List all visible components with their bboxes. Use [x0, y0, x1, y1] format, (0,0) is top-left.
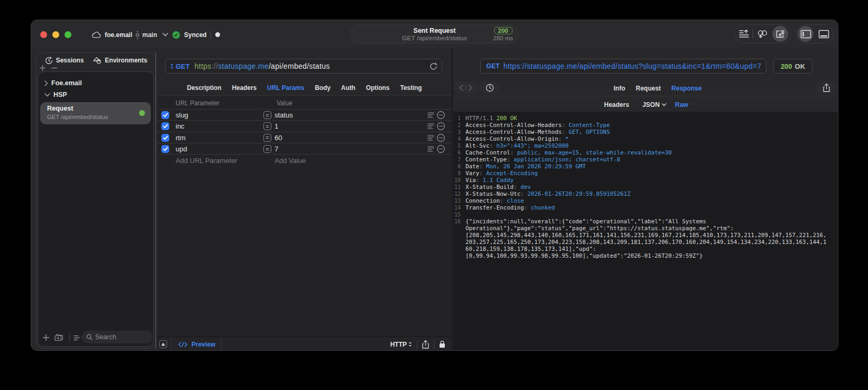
- tab-environments[interactable]: Environments: [93, 57, 147, 65]
- footer-divider: [69, 333, 70, 342]
- lock-icon[interactable]: [439, 340, 445, 348]
- param-checkbox[interactable]: [161, 122, 169, 130]
- share-response-button[interactable]: [816, 81, 837, 94]
- value-options-icon[interactable]: [427, 134, 434, 141]
- response-url-box[interactable]: GET https://statuspage.me/api/embed/stat…: [480, 59, 766, 74]
- remove-param-icon[interactable]: [437, 111, 445, 119]
- tab-auth[interactable]: Auth: [341, 84, 355, 92]
- titlebar: foe.email main Sy: [31, 20, 838, 48]
- value-options-icon[interactable]: [427, 146, 434, 152]
- value-options-icon[interactable]: [427, 112, 434, 118]
- request-method[interactable]: GET: [176, 62, 190, 70]
- sent-request-status-pill[interactable]: Sent Request GET /api/embed/status 200 2…: [350, 25, 519, 43]
- url-path: /api/embed/status: [269, 62, 330, 70]
- activity-dot: [215, 32, 220, 37]
- remove-param-icon[interactable]: [437, 134, 445, 142]
- back-icon[interactable]: [459, 85, 463, 91]
- tab-description[interactable]: Description: [187, 84, 221, 92]
- history-clock-button[interactable]: [479, 81, 500, 94]
- sync-link-button[interactable]: [753, 25, 771, 43]
- project-switcher[interactable]: foe.email: [92, 29, 132, 40]
- share-request-icon[interactable]: [422, 340, 429, 349]
- remove-param-icon[interactable]: [437, 145, 445, 153]
- add-request-button[interactable]: [40, 334, 52, 341]
- raw-response-view[interactable]: 1HTTP/1.1 200 OK 2Access-Control-Allow-H…: [453, 112, 838, 351]
- url-host: statuspage.me: [218, 62, 269, 70]
- subtab-raw[interactable]: Raw: [675, 101, 688, 108]
- add-url-parameter-button[interactable]: Add URL Parameter: [176, 157, 237, 165]
- equals-operator-icon[interactable]: =: [263, 111, 271, 119]
- param-value-input[interactable]: 60: [275, 134, 282, 142]
- collapse-panel-button[interactable]: [159, 340, 167, 348]
- tab-body[interactable]: Body: [315, 84, 331, 92]
- minimize-window-button[interactable]: [52, 31, 59, 38]
- param-row-inc: inc = 1: [157, 120, 452, 131]
- sync-status[interactable]: Synced: [172, 29, 207, 40]
- value-options-icon[interactable]: [427, 123, 434, 129]
- response-header-line: 7Content-Type: application/json; charset…: [453, 156, 838, 163]
- param-name-input[interactable]: upd: [176, 145, 187, 153]
- request-url-field[interactable]: GET https://statuspage.me/api/embed/stat…: [165, 59, 442, 74]
- send-receive-button[interactable]: [771, 25, 789, 43]
- subtab-json[interactable]: JSON: [642, 101, 666, 108]
- sidebar-footer: [38, 330, 153, 345]
- response-header-line: 5Alt-Svc: h3=":443"; ma=2592000: [453, 142, 838, 149]
- param-name-input[interactable]: inc: [176, 122, 185, 130]
- response-header-line: 6Cache-Control: public, max-age=15, stal…: [453, 149, 838, 156]
- remove-session-button[interactable]: [51, 65, 57, 71]
- history-nav-group: [454, 81, 477, 94]
- zoom-window-button[interactable]: [65, 31, 71, 38]
- equals-operator-icon[interactable]: =: [263, 145, 271, 153]
- forward-icon[interactable]: [468, 85, 472, 91]
- response-header-line: 3Access-Control-Allow-Methods: GET, OPTI…: [453, 129, 838, 135]
- branch-switcher[interactable]: main: [135, 29, 168, 40]
- response-subtabs: Headers JSON Raw: [604, 101, 688, 108]
- protocol-selector[interactable]: HTTP: [390, 341, 412, 348]
- param-value-input[interactable]: 1: [275, 122, 278, 130]
- status-code-badge: 200: [494, 27, 513, 34]
- tab-sessions-label: Sessions: [56, 57, 84, 64]
- subtab-headers[interactable]: Headers: [604, 101, 629, 108]
- response-header-line: 13Connection: close: [453, 197, 838, 204]
- url-params-table: URL Parameter Value slug = status: [157, 96, 452, 337]
- sidebar-split-handle[interactable]: [156, 52, 156, 349]
- tab-response[interactable]: Response: [671, 85, 701, 92]
- param-row-slug: slug = status: [157, 109, 452, 120]
- add-folder-button[interactable]: [52, 334, 66, 341]
- toggle-bottom-panel-button[interactable]: [815, 25, 833, 43]
- request-success-dot: [139, 110, 145, 116]
- tree-group-hsp[interactable]: HSP: [44, 91, 67, 98]
- param-checkbox[interactable]: [161, 134, 169, 142]
- remove-param-icon[interactable]: [437, 122, 445, 130]
- tab-options[interactable]: Options: [366, 84, 390, 92]
- tab-testing[interactable]: Testing: [400, 84, 422, 92]
- add-value-button[interactable]: Add Value: [275, 157, 306, 165]
- tab-headers[interactable]: Headers: [232, 84, 257, 92]
- toolbar-group-panels: [796, 24, 834, 43]
- response-url: https://statuspage.me/api/embed/status?s…: [504, 62, 762, 70]
- reload-icon[interactable]: [430, 62, 437, 70]
- equals-operator-icon[interactable]: =: [263, 134, 271, 142]
- param-value-input[interactable]: 7: [275, 145, 278, 153]
- response-status-line: 1HTTP/1.1 200 OK: [453, 115, 838, 122]
- tab-sessions[interactable]: Sessions: [45, 57, 84, 65]
- param-name-input[interactable]: slug: [176, 111, 188, 119]
- close-window-button[interactable]: [40, 31, 47, 38]
- response-header-line: 10Via: 1.1 Caddy: [453, 177, 838, 184]
- param-value-input[interactable]: status: [275, 111, 293, 119]
- tab-request[interactable]: Request: [636, 85, 661, 92]
- tree-item-request-selected[interactable]: Request GET /api/embed/status: [40, 102, 151, 124]
- search-input[interactable]: [95, 333, 145, 341]
- equals-operator-icon[interactable]: =: [263, 122, 271, 130]
- param-checkbox[interactable]: [161, 111, 169, 119]
- export-log-button[interactable]: [735, 25, 753, 43]
- add-session-button[interactable]: [40, 65, 45, 71]
- tree-group-foe-email[interactable]: Foe.email: [44, 79, 82, 87]
- param-name-input[interactable]: rtm: [176, 134, 186, 142]
- tab-info[interactable]: Info: [614, 85, 625, 92]
- toggle-sidebar-button[interactable]: [797, 25, 815, 43]
- tab-url-params[interactable]: URL Params: [267, 84, 304, 92]
- preview-button[interactable]: Preview: [178, 341, 215, 348]
- param-checkbox[interactable]: [161, 145, 169, 153]
- add-param-row: Add URL Parameter Add Value: [157, 155, 452, 166]
